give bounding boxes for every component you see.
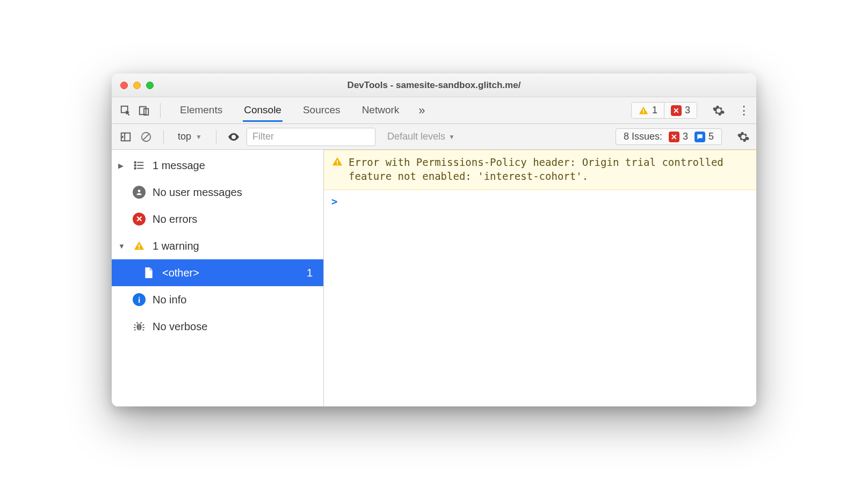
sidebar-label: No info — [153, 294, 186, 306]
main-tabbar: Elements Console Sources Network » 1 ✕ 3… — [112, 97, 756, 124]
inspect-element-icon[interactable] — [118, 103, 133, 118]
console-sidebar: 1 message No user messages ✕ No errors — [112, 150, 324, 406]
svg-rect-3 — [643, 109, 644, 112]
sidebar-label: <other> — [162, 267, 199, 279]
svg-line-8 — [143, 134, 149, 140]
sidebar-verbose[interactable]: No verbose — [112, 313, 323, 340]
more-tabs-button[interactable]: » — [418, 104, 425, 118]
svg-rect-21 — [337, 164, 338, 165]
warnings-count: 1 — [652, 105, 657, 116]
svg-point-13 — [134, 165, 136, 166]
svg-rect-20 — [337, 160, 338, 163]
console-toolbar: top ▼ Default levels ▼ 8 Issues: ✕3 5 — [112, 124, 756, 150]
sidebar-count: 1 — [307, 267, 313, 279]
issues-error-count: 3 — [683, 131, 688, 142]
devtools-window: DevTools - samesite-sandbox.glitch.me/ E… — [112, 74, 756, 406]
device-toolbar-icon[interactable] — [136, 103, 151, 118]
issues-info-count: 5 — [708, 131, 714, 142]
sidebar-user-messages[interactable]: No user messages — [112, 179, 323, 206]
info-icon: i — [132, 293, 146, 306]
warning-icon — [638, 105, 649, 116]
sidebar-label: No verbose — [153, 321, 207, 333]
warnings-badge[interactable]: 1 — [632, 103, 664, 118]
svg-point-14 — [134, 168, 136, 169]
message-icon — [695, 132, 705, 142]
panel-tabs: Elements Console Sources Network — [179, 99, 400, 122]
disclosure-icon — [118, 162, 126, 170]
issues-button[interactable]: 8 Issues: ✕3 5 — [616, 128, 722, 145]
log-levels-selector[interactable]: Default levels ▼ — [387, 131, 455, 142]
error-icon: ✕ — [669, 132, 679, 142]
separator — [160, 103, 161, 118]
console-output: Error with Permissions-Policy header: Or… — [324, 150, 756, 406]
bug-icon — [132, 321, 146, 332]
console-prompt[interactable]: > — [324, 190, 756, 213]
tab-sources[interactable]: Sources — [302, 99, 342, 122]
context-label: top — [178, 131, 191, 142]
sidebar-messages[interactable]: 1 message — [112, 152, 323, 179]
sidebar-errors[interactable]: ✕ No errors — [112, 206, 323, 232]
sidebar-warning-other[interactable]: <other> 1 — [112, 259, 323, 286]
kebab-menu-icon[interactable]: ⋮ — [738, 104, 750, 118]
warning-icon — [132, 240, 146, 252]
console-body: 1 message No user messages ✕ No errors — [112, 150, 756, 406]
svg-point-15 — [138, 190, 141, 192]
settings-icon[interactable] — [712, 104, 725, 117]
sidebar-label: 1 warning — [153, 240, 199, 252]
sidebar-info[interactable]: i No info — [112, 286, 323, 313]
live-expression-icon[interactable] — [226, 129, 241, 144]
issues-label: 8 Issues: — [624, 131, 662, 142]
context-selector[interactable]: top ▼ — [173, 130, 206, 143]
window-title: DevTools - samesite-sandbox.glitch.me/ — [112, 80, 756, 91]
status-badges[interactable]: 1 ✕ 3 — [631, 102, 697, 119]
errors-count: 3 — [685, 105, 690, 116]
svg-rect-4 — [643, 112, 644, 113]
console-settings-icon[interactable] — [737, 130, 750, 143]
prompt-caret: > — [331, 195, 337, 207]
sidebar-label: No errors — [153, 213, 197, 226]
error-icon: ✕ — [132, 213, 146, 226]
error-icon: ✕ — [671, 105, 682, 116]
sidebar-label: No user messages — [153, 186, 242, 199]
chevron-down-icon: ▼ — [449, 133, 455, 141]
clear-console-icon[interactable] — [139, 129, 154, 144]
errors-badge[interactable]: ✕ 3 — [664, 103, 697, 118]
user-icon — [132, 186, 146, 199]
chevron-down-icon: ▼ — [196, 133, 202, 141]
levels-label: Default levels — [387, 131, 445, 142]
file-icon — [142, 266, 156, 279]
toggle-sidebar-icon[interactable] — [118, 129, 133, 144]
list-icon — [132, 159, 146, 171]
disclosure-icon — [118, 242, 126, 250]
sidebar-label: 1 message — [153, 159, 205, 172]
console-warning-message[interactable]: Error with Permissions-Policy header: Or… — [324, 150, 756, 190]
svg-rect-1 — [140, 106, 146, 114]
titlebar: DevTools - samesite-sandbox.glitch.me/ — [112, 74, 756, 97]
svg-rect-16 — [139, 244, 140, 248]
svg-point-12 — [134, 162, 136, 163]
filter-input[interactable] — [247, 128, 375, 146]
svg-rect-17 — [139, 248, 140, 249]
message-text: Error with Permissions-Policy header: Or… — [349, 156, 749, 183]
tab-console[interactable]: Console — [243, 99, 283, 122]
warning-icon — [331, 156, 343, 183]
sidebar-warnings[interactable]: 1 warning — [112, 232, 323, 259]
tab-elements[interactable]: Elements — [179, 99, 223, 122]
tab-network[interactable]: Network — [361, 99, 401, 122]
